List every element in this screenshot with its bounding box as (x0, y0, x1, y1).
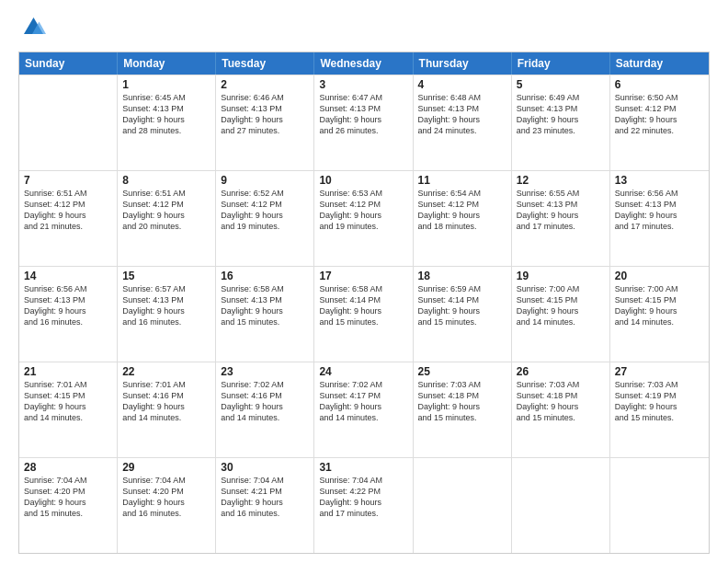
page: SundayMondayTuesdayWednesdayThursdayFrid… (0, 0, 728, 563)
day-number: 10 (319, 174, 407, 187)
cal-cell-5-1: 28Sunrise: 7:04 AMSunset: 4:20 PMDayligh… (19, 458, 118, 553)
cal-cell-1-1 (19, 75, 118, 170)
cal-cell-3-5: 18Sunrise: 6:59 AMSunset: 4:14 PMDayligh… (414, 267, 512, 362)
cal-cell-4-5: 25Sunrise: 7:03 AMSunset: 4:18 PMDayligh… (414, 362, 512, 457)
day-info: Sunrise: 7:04 AMSunset: 4:20 PMDaylight:… (24, 475, 112, 520)
cal-cell-2-1: 7Sunrise: 6:51 AMSunset: 4:12 PMDaylight… (19, 171, 118, 266)
day-number: 7 (24, 174, 112, 187)
day-number: 15 (122, 270, 210, 282)
day-number: 9 (221, 174, 309, 187)
cal-cell-3-4: 17Sunrise: 6:58 AMSunset: 4:14 PMDayligh… (314, 267, 413, 362)
cal-cell-4-6: 26Sunrise: 7:03 AMSunset: 4:18 PMDayligh… (512, 362, 610, 457)
header-day-saturday: Saturday (610, 52, 709, 75)
cal-cell-1-7: 6Sunrise: 6:50 AMSunset: 4:12 PMDaylight… (610, 75, 709, 170)
day-number: 11 (418, 174, 506, 187)
day-number: 21 (24, 365, 112, 378)
day-info: Sunrise: 6:51 AMSunset: 4:12 PMDaylight:… (24, 188, 112, 233)
day-info: Sunrise: 6:47 AMSunset: 4:13 PMDaylight:… (319, 92, 407, 137)
day-info: Sunrise: 7:04 AMSunset: 4:22 PMDaylight:… (319, 475, 407, 520)
header-day-tuesday: Tuesday (216, 52, 314, 75)
cal-cell-3-6: 19Sunrise: 7:00 AMSunset: 4:15 PMDayligh… (512, 267, 610, 362)
cal-cell-2-5: 11Sunrise: 6:54 AMSunset: 4:12 PMDayligh… (414, 171, 512, 266)
day-number: 6 (615, 78, 704, 91)
day-number: 3 (319, 78, 407, 91)
cal-row-4: 21Sunrise: 7:01 AMSunset: 4:15 PMDayligh… (19, 362, 709, 457)
day-info: Sunrise: 7:02 AMSunset: 4:17 PMDaylight:… (319, 379, 407, 424)
cal-row-1: 1Sunrise: 6:45 AMSunset: 4:13 PMDaylight… (19, 75, 709, 170)
cal-cell-3-3: 16Sunrise: 6:58 AMSunset: 4:13 PMDayligh… (216, 267, 314, 362)
header-day-friday: Friday (512, 52, 610, 75)
calendar-body: 1Sunrise: 6:45 AMSunset: 4:13 PMDaylight… (19, 75, 709, 553)
cal-cell-5-3: 30Sunrise: 7:04 AMSunset: 4:21 PMDayligh… (216, 458, 314, 553)
day-info: Sunrise: 6:50 AMSunset: 4:12 PMDaylight:… (615, 92, 704, 137)
day-info: Sunrise: 6:56 AMSunset: 4:13 PMDaylight:… (615, 188, 704, 233)
day-info: Sunrise: 6:51 AMSunset: 4:12 PMDaylight:… (122, 188, 210, 233)
day-info: Sunrise: 6:55 AMSunset: 4:13 PMDaylight:… (517, 188, 605, 233)
cal-cell-3-7: 20Sunrise: 7:00 AMSunset: 4:15 PMDayligh… (610, 267, 709, 362)
cal-cell-4-4: 24Sunrise: 7:02 AMSunset: 4:17 PMDayligh… (314, 362, 413, 457)
day-info: Sunrise: 7:01 AMSunset: 4:16 PMDaylight:… (122, 379, 210, 424)
cal-cell-2-4: 10Sunrise: 6:53 AMSunset: 4:12 PMDayligh… (314, 171, 413, 266)
day-number: 12 (517, 174, 605, 187)
header-day-monday: Monday (118, 52, 216, 75)
header-day-thursday: Thursday (414, 52, 512, 75)
cal-cell-5-5 (414, 458, 512, 553)
cal-cell-2-6: 12Sunrise: 6:55 AMSunset: 4:13 PMDayligh… (512, 171, 610, 266)
day-info: Sunrise: 6:58 AMSunset: 4:14 PMDaylight:… (319, 283, 407, 328)
day-info: Sunrise: 7:03 AMSunset: 4:19 PMDaylight:… (615, 379, 704, 424)
cal-cell-1-5: 4Sunrise: 6:48 AMSunset: 4:13 PMDaylight… (414, 75, 512, 170)
day-info: Sunrise: 7:04 AMSunset: 4:21 PMDaylight:… (221, 475, 309, 520)
cal-cell-4-2: 22Sunrise: 7:01 AMSunset: 4:16 PMDayligh… (118, 362, 216, 457)
day-info: Sunrise: 6:58 AMSunset: 4:13 PMDaylight:… (221, 283, 309, 328)
day-info: Sunrise: 7:02 AMSunset: 4:16 PMDaylight:… (221, 379, 309, 424)
day-info: Sunrise: 7:03 AMSunset: 4:18 PMDaylight:… (418, 379, 506, 424)
day-number: 24 (319, 365, 407, 378)
cal-cell-5-2: 29Sunrise: 7:04 AMSunset: 4:20 PMDayligh… (118, 458, 216, 553)
day-info: Sunrise: 7:00 AMSunset: 4:15 PMDaylight:… (615, 283, 704, 328)
day-number: 31 (319, 461, 407, 474)
day-info: Sunrise: 7:00 AMSunset: 4:15 PMDaylight:… (517, 283, 605, 328)
day-number: 17 (319, 270, 407, 282)
cal-cell-4-1: 21Sunrise: 7:01 AMSunset: 4:15 PMDayligh… (19, 362, 118, 457)
cal-row-2: 7Sunrise: 6:51 AMSunset: 4:12 PMDaylight… (19, 170, 709, 266)
day-info: Sunrise: 6:45 AMSunset: 4:13 PMDaylight:… (122, 92, 210, 137)
cal-cell-2-3: 9Sunrise: 6:52 AMSunset: 4:12 PMDaylight… (216, 171, 314, 266)
cal-cell-1-6: 5Sunrise: 6:49 AMSunset: 4:13 PMDaylight… (512, 75, 610, 170)
day-number: 8 (122, 174, 210, 187)
day-info: Sunrise: 6:56 AMSunset: 4:13 PMDaylight:… (24, 283, 112, 328)
day-number: 23 (221, 365, 309, 378)
cal-cell-1-4: 3Sunrise: 6:47 AMSunset: 4:13 PMDaylight… (314, 75, 413, 170)
day-info: Sunrise: 7:01 AMSunset: 4:15 PMDaylight:… (24, 379, 112, 424)
cal-row-3: 14Sunrise: 6:56 AMSunset: 4:13 PMDayligh… (19, 266, 709, 362)
day-info: Sunrise: 6:52 AMSunset: 4:12 PMDaylight:… (221, 188, 309, 233)
cal-cell-5-7 (610, 458, 709, 553)
cal-cell-5-4: 31Sunrise: 7:04 AMSunset: 4:22 PMDayligh… (314, 458, 413, 553)
day-info: Sunrise: 6:53 AMSunset: 4:12 PMDaylight:… (319, 188, 407, 233)
day-number: 27 (615, 365, 704, 378)
day-number: 2 (221, 78, 309, 91)
day-number: 13 (615, 174, 704, 187)
calendar: SundayMondayTuesdayWednesdayThursdayFrid… (18, 52, 710, 554)
day-number: 19 (517, 270, 605, 282)
cal-cell-5-6 (512, 458, 610, 553)
day-number: 20 (615, 270, 704, 282)
day-info: Sunrise: 6:49 AMSunset: 4:13 PMDaylight:… (517, 92, 605, 137)
header-day-sunday: Sunday (19, 52, 118, 75)
cal-cell-4-3: 23Sunrise: 7:02 AMSunset: 4:16 PMDayligh… (216, 362, 314, 457)
day-number: 4 (418, 78, 506, 91)
day-number: 16 (221, 270, 309, 282)
day-info: Sunrise: 7:04 AMSunset: 4:20 PMDaylight:… (122, 475, 210, 520)
day-number: 29 (122, 461, 210, 474)
day-number: 5 (517, 78, 605, 91)
cal-cell-3-1: 14Sunrise: 6:56 AMSunset: 4:13 PMDayligh… (19, 267, 118, 362)
logo-icon (18, 15, 46, 42)
day-info: Sunrise: 6:57 AMSunset: 4:13 PMDaylight:… (122, 283, 210, 328)
cal-cell-4-7: 27Sunrise: 7:03 AMSunset: 4:19 PMDayligh… (610, 362, 709, 457)
day-number: 18 (418, 270, 506, 282)
calendar-header: SundayMondayTuesdayWednesdayThursdayFrid… (19, 52, 709, 75)
day-number: 25 (418, 365, 506, 378)
cal-cell-1-3: 2Sunrise: 6:46 AMSunset: 4:13 PMDaylight… (216, 75, 314, 170)
header-day-wednesday: Wednesday (314, 52, 413, 75)
day-info: Sunrise: 7:03 AMSunset: 4:18 PMDaylight:… (517, 379, 605, 424)
day-number: 22 (122, 365, 210, 378)
